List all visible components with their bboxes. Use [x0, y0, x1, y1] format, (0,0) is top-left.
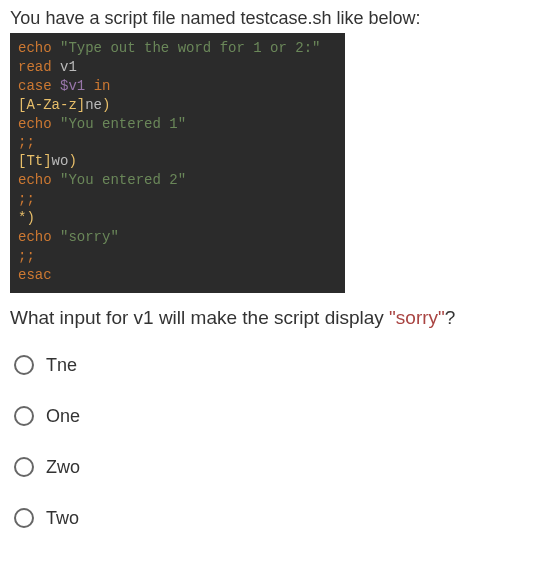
code-token: ) [102, 97, 110, 113]
option-label: One [46, 406, 80, 427]
code-token: echo [18, 40, 60, 56]
option-two[interactable]: Two [14, 508, 533, 529]
code-token: case [18, 78, 60, 94]
code-block: echo "Type out the word for 1 or 2:" rea… [10, 33, 345, 293]
code-token: ;; [18, 191, 35, 207]
question-prefix: What input for v1 will make the script d… [10, 307, 389, 328]
code-token: echo [18, 116, 60, 132]
option-label: Two [46, 508, 79, 529]
radio-icon[interactable] [14, 457, 34, 477]
code-token: "You entered 2" [60, 172, 186, 188]
code-token: "You entered 1" [60, 116, 186, 132]
radio-icon[interactable] [14, 355, 34, 375]
code-token: wo [52, 153, 69, 169]
question-highlight: "sorry" [389, 307, 445, 328]
option-label: Tne [46, 355, 77, 376]
code-token: ;; [18, 248, 35, 264]
code-token: in [85, 78, 110, 94]
code-token: echo [18, 172, 60, 188]
code-token: "Type out the word for 1 or 2:" [60, 40, 320, 56]
code-token: [A-Za-z] [18, 97, 85, 113]
intro-text: You have a script file named testcase.sh… [10, 8, 533, 29]
option-zwo[interactable]: Zwo [14, 457, 533, 478]
option-label: Zwo [46, 457, 80, 478]
code-token: echo [18, 229, 60, 245]
radio-icon[interactable] [14, 508, 34, 528]
option-one[interactable]: One [14, 406, 533, 427]
code-token: [Tt] [18, 153, 52, 169]
code-token: read [18, 59, 60, 75]
code-token: esac [18, 267, 52, 283]
question-text: What input for v1 will make the script d… [10, 307, 533, 329]
code-token: "sorry" [60, 229, 119, 245]
code-token: ) [68, 153, 76, 169]
code-token: ;; [18, 134, 35, 150]
question-suffix: ? [445, 307, 456, 328]
option-tne[interactable]: Tne [14, 355, 533, 376]
options-group: Tne One Zwo Two [10, 355, 533, 529]
code-token: ne [85, 97, 102, 113]
radio-icon[interactable] [14, 406, 34, 426]
code-token: v1 [60, 59, 77, 75]
code-token: $v1 [60, 78, 85, 94]
code-token: ) [26, 210, 34, 226]
